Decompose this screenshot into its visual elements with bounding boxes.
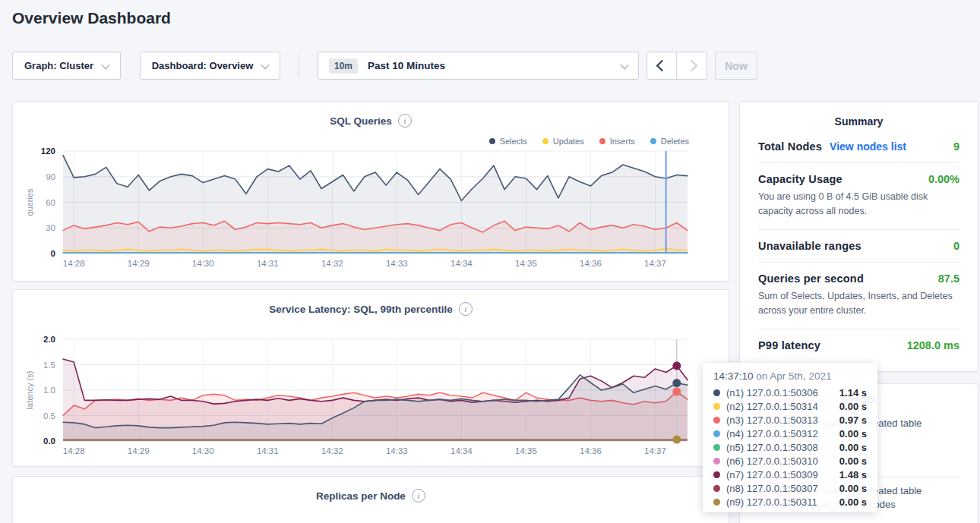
time-range-pager <box>646 52 707 80</box>
svg-text:30: 30 <box>46 223 55 232</box>
node-color-dot-icon <box>713 499 720 506</box>
svg-text:0.5: 0.5 <box>43 411 55 421</box>
svg-text:14:33: 14:33 <box>386 259 408 268</box>
summary-row-value: 0 <box>953 240 959 252</box>
summary-row-value: 0.00% <box>928 173 959 185</box>
sql-queries-chart[interactable]: 030609012014:2814:2914:3014:3114:3214:33… <box>13 102 729 281</box>
node-latency-value: 0.00 s <box>839 496 867 508</box>
summary-row-label: Capacity Usage <box>758 173 842 185</box>
svg-text:14:33: 14:33 <box>386 446 408 455</box>
svg-text:120: 120 <box>41 147 55 156</box>
svg-text:14:29: 14:29 <box>128 446 150 455</box>
svg-text:14:34: 14:34 <box>450 259 473 268</box>
node-latency-value: 1.48 s <box>839 469 867 480</box>
tooltip-node-row: (n2) 127.0.0.1:503140.00 s <box>713 399 867 413</box>
svg-text:14:30: 14:30 <box>192 259 214 268</box>
chevron-left-icon <box>656 60 668 72</box>
node-latency-value: 0.00 s <box>839 483 867 494</box>
svg-text:14:32: 14:32 <box>321 446 343 455</box>
svg-text:2.0: 2.0 <box>43 335 55 344</box>
node-color-dot-icon <box>713 403 720 410</box>
service-latency-chart[interactable]: 0.00.51.01.52.014:2814:2914:3014:3114:32… <box>13 290 729 466</box>
tooltip-node-row: (n3) 127.0.0.1:503130.97 s <box>713 413 867 427</box>
summary-row: P99 latency1208.0 ms <box>758 329 959 361</box>
node-color-dot-icon <box>713 417 720 424</box>
summary-row-label: P99 latency <box>758 339 820 351</box>
graph-dropdown[interactable]: Graph: Cluster <box>12 52 121 80</box>
svg-text:14:34: 14:34 <box>450 446 473 455</box>
svg-text:14:32: 14:32 <box>321 259 343 268</box>
view-nodes-list-link[interactable]: View nodes list <box>830 140 906 153</box>
summary-row-value: 9 <box>953 140 959 153</box>
summary-row-description: You are using 0 B of 4.5 GiB usable disk… <box>758 190 959 219</box>
service-latency-card: Service Latency: SQL, 99th percentile i … <box>12 289 729 467</box>
svg-text:0.0: 0.0 <box>43 436 55 446</box>
svg-text:latency (s): latency (s) <box>25 371 34 410</box>
summary-panel: Summary Total NodesView nodes list9Capac… <box>739 101 978 372</box>
svg-text:14:31: 14:31 <box>257 259 279 268</box>
node-latency-value: 0.00 s <box>839 428 867 440</box>
tooltip-node-rows: (n1) 127.0.0.1:503061.14 s(n2) 127.0.0.1… <box>713 386 867 509</box>
svg-text:14:29: 14:29 <box>128 259 150 268</box>
svg-text:14:37: 14:37 <box>644 259 666 268</box>
tooltip-node-row: (n8) 127.0.0.1:503070.00 s <box>713 481 867 495</box>
svg-text:0: 0 <box>51 249 55 258</box>
svg-text:queries: queries <box>25 188 34 216</box>
node-latency-value: 1.14 s <box>839 387 867 399</box>
replicas-per-node-card: Replicas per Node i <box>12 476 729 523</box>
node-address: (n9) 127.0.0.1:50311 <box>726 496 817 508</box>
node-address: (n5) 127.0.0.1:50308 <box>726 442 818 453</box>
summary-row: Unavailable ranges0 <box>758 229 959 262</box>
next-range-button[interactable] <box>677 52 707 79</box>
summary-row-label: Queries per second <box>758 273 864 285</box>
node-address: (n6) 127.0.0.1:50310 <box>726 455 818 467</box>
info-icon[interactable]: i <box>412 489 425 503</box>
graph-dropdown-label: Graph: Cluster <box>24 60 93 71</box>
svg-text:14:36: 14:36 <box>580 259 602 268</box>
svg-text:14:35: 14:35 <box>515 446 537 455</box>
svg-text:1.5: 1.5 <box>43 361 55 370</box>
svg-text:90: 90 <box>46 172 55 181</box>
svg-text:14:36: 14:36 <box>580 446 602 455</box>
page-title: Overview Dashboard <box>12 9 171 27</box>
svg-text:14:28: 14:28 <box>63 259 85 268</box>
node-address: (n4) 127.0.0.1:50312 <box>726 428 818 440</box>
node-color-dot-icon <box>713 389 720 396</box>
summary-row-label: Unavailable ranges <box>758 240 861 252</box>
tooltip-node-row: (n9) 127.0.0.1:503110.00 s <box>713 495 867 509</box>
node-latency-value: 0.00 s <box>839 442 867 453</box>
toolbar-divider <box>299 53 299 78</box>
node-color-dot-icon <box>713 471 720 478</box>
node-color-dot-icon <box>713 485 720 492</box>
summary-rows: Total NodesView nodes list9Capacity Usag… <box>740 131 978 361</box>
svg-text:14:30: 14:30 <box>192 446 214 455</box>
tooltip-node-row: (n6) 127.0.0.1:503100.00 s <box>713 454 867 468</box>
svg-text:14:28: 14:28 <box>63 446 85 455</box>
sql-queries-card: SQL Queries i SelectsUpdatesInsertsDelet… <box>12 101 729 282</box>
time-window-label: Past 10 Minutes <box>368 60 445 71</box>
now-button[interactable]: Now <box>715 52 757 80</box>
summary-row: Queries per second87.5Sum of Selects, Up… <box>758 262 959 329</box>
time-window-badge: 10m <box>329 58 358 74</box>
prev-range-button[interactable] <box>647 52 677 79</box>
node-address: (n2) 127.0.0.1:50314 <box>726 401 818 412</box>
dashboard-dropdown[interactable]: Dashboard: Overview <box>140 52 280 80</box>
svg-text:14:35: 14:35 <box>515 259 537 268</box>
summary-row-value: 87.5 <box>938 273 959 285</box>
node-latency-value: 0.00 s <box>839 455 867 467</box>
summary-title: Summary <box>740 115 978 128</box>
chevron-down-icon <box>101 60 109 68</box>
summary-row: Total NodesView nodes list9 <box>758 131 959 162</box>
node-color-dot-icon <box>713 458 720 465</box>
tooltip-node-row: (n7) 127.0.0.1:503091.48 s <box>713 468 867 481</box>
tooltip-date: on Apr 5th, 2021 <box>756 370 831 382</box>
summary-row: Capacity Usage0.00%You are using 0 B of … <box>758 162 959 229</box>
tooltip-time: 14:37:10 <box>713 370 754 382</box>
overview-dashboard-page: Overview Dashboard Graph: Cluster Dashbo… <box>0 0 980 523</box>
dashboard-dropdown-label: Dashboard: Overview <box>152 60 254 71</box>
node-latency-value: 0.00 s <box>839 401 867 412</box>
chevron-down-icon <box>261 60 270 68</box>
time-range-picker[interactable]: 10m Past 10 Minutes <box>318 52 639 80</box>
svg-text:14:37: 14:37 <box>644 446 666 455</box>
svg-text:60: 60 <box>46 198 55 207</box>
